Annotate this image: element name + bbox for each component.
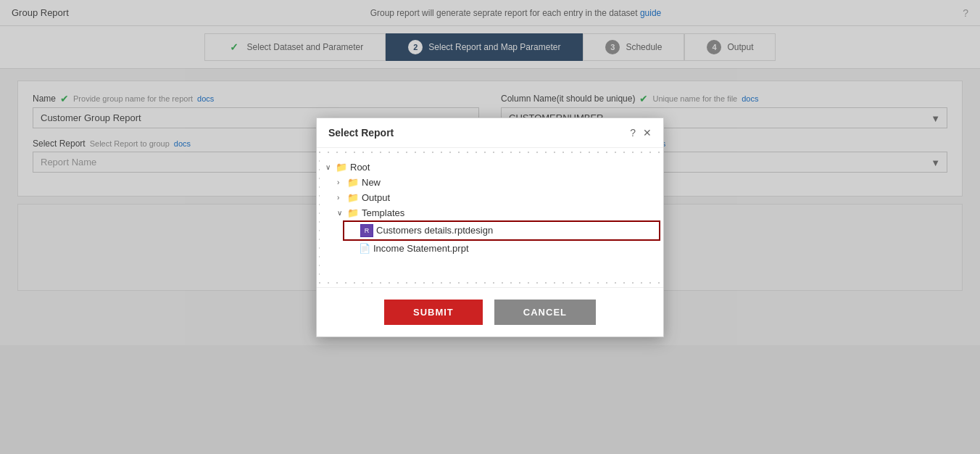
modal-header-icons: ? ✕: [630, 127, 652, 139]
modal-help-button[interactable]: ?: [630, 127, 636, 139]
cancel-button[interactable]: CANCEL: [494, 300, 596, 325]
customers-label: Customers details.rptdesign: [376, 225, 493, 236]
submit-button[interactable]: SUBMIT: [384, 300, 483, 325]
modal-close-button[interactable]: ✕: [643, 127, 652, 139]
modal-title: Select Report: [328, 127, 394, 139]
root-arrow: ∨: [325, 163, 336, 171]
new-label: New: [362, 177, 381, 188]
root-label: Root: [350, 162, 370, 173]
root-folder-icon: 📁: [336, 162, 347, 173]
templates-arrow: ∨: [337, 209, 347, 217]
new-folder-icon: 📁: [347, 177, 359, 188]
modal-tree-scroll[interactable]: ∨ 📁 Root › 📁 New › 📁 Output: [320, 160, 660, 276]
modal-overlay: Select Report ? ✕ ∨ 📁 Root ›: [0, 0, 980, 454]
tree-item-output[interactable]: › 📁 Output: [331, 190, 660, 205]
select-report-modal: Select Report ? ✕ ∨ 📁 Root ›: [316, 117, 664, 337]
income-label: Income Statement.prpt: [373, 243, 469, 254]
income-file-icon: 📄: [359, 243, 370, 254]
tree-item-templates[interactable]: ∨ 📁 Templates: [331, 205, 660, 220]
templates-label: Templates: [362, 207, 404, 218]
tree-item-income-statement[interactable]: 📄 Income Statement.prpt: [343, 241, 660, 256]
modal-footer: SUBMIT CANCEL: [317, 287, 663, 337]
customers-arrow: [350, 226, 360, 234]
tree-item-root[interactable]: ∨ 📁 Root: [320, 160, 660, 175]
modal-body-inner: ∨ 📁 Root › 📁 New › 📁 Output: [320, 155, 660, 280]
modal-body: ∨ 📁 Root › 📁 New › 📁 Output: [317, 148, 663, 287]
modal-header: Select Report ? ✕: [317, 118, 663, 148]
customers-file-icon: R: [360, 224, 373, 237]
income-arrow: [349, 244, 359, 252]
tree-item-customers-details[interactable]: R Customers details.rptdesign: [343, 220, 660, 241]
templates-folder-icon: 📁: [347, 207, 359, 218]
output-arrow: ›: [337, 194, 347, 202]
output-label: Output: [362, 192, 390, 203]
new-arrow: ›: [337, 178, 347, 186]
output-folder-icon: 📁: [347, 192, 359, 203]
tree-item-new[interactable]: › 📁 New: [331, 175, 660, 190]
